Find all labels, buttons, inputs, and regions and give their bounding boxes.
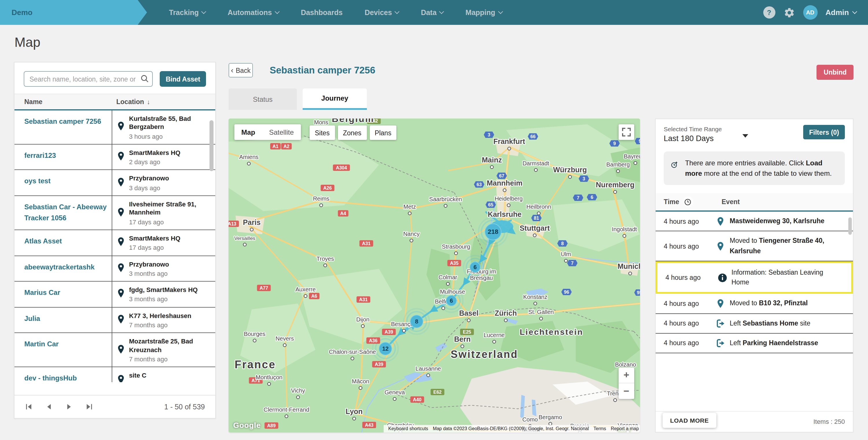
- asset-name-link[interactable]: ferrari123: [24, 151, 56, 160]
- tab-status[interactable]: Status: [228, 89, 297, 110]
- avatar[interactable]: AD: [803, 5, 817, 20]
- events-scrollbar[interactable]: [848, 217, 852, 235]
- asset-row[interactable]: Julia K77 3, Herleshausen 7 months ago: [14, 308, 215, 333]
- map-type-map[interactable]: Map: [235, 124, 262, 140]
- map-overlay-zones[interactable]: Zones: [338, 126, 367, 140]
- zoom-in-button[interactable]: +: [619, 368, 634, 383]
- event-row[interactable]: 4 hours ago Moved to B10 32, Pfinztal: [656, 294, 853, 314]
- event-row-highlighted[interactable]: 4 hours ago Information: Sebastian Leavi…: [656, 261, 853, 294]
- attribution-report-a-map-error[interactable]: Report a map error: [609, 426, 640, 431]
- asset-name-link[interactable]: Julia: [24, 314, 40, 323]
- asset-row[interactable]: dev - thingsHub site C 7 months ago: [14, 367, 215, 382]
- search-row: Bind Asset: [14, 62, 215, 94]
- nav-item-dashboards[interactable]: Dashboards: [301, 8, 343, 16]
- load-more-button[interactable]: LOAD MORE: [662, 413, 716, 428]
- asset-name-link[interactable]: oys test: [24, 177, 51, 185]
- event-row[interactable]: 4 hours ago Left Sebastians Home site: [656, 314, 853, 334]
- nav-item-devices[interactable]: Devices: [365, 8, 399, 16]
- svg-text:Lausanne: Lausanne: [415, 365, 441, 372]
- help-icon[interactable]: ?: [763, 6, 775, 19]
- asset-location: K77 3, Herleshausen: [129, 312, 191, 320]
- asset-name-link[interactable]: abeewaytrackertashk: [24, 263, 95, 271]
- asset-row[interactable]: oys test Przybranowo 3 days ago: [14, 170, 215, 196]
- first-page-button[interactable]: [25, 403, 32, 410]
- svg-text:Reims: Reims: [313, 196, 330, 202]
- asset-row[interactable]: Sebastian Car - Abeeway Tracker 1056 Ilv…: [14, 196, 215, 230]
- zoom-out-button[interactable]: −: [619, 383, 634, 399]
- svg-text:France: France: [235, 359, 276, 371]
- map-type-control: MapSatellite: [235, 124, 301, 140]
- svg-text:A4: A4: [340, 211, 346, 216]
- assets-scrollbar[interactable]: [210, 120, 214, 171]
- asset-row[interactable]: Marius Car fgdg, SmartMakers HQ 3 months…: [14, 281, 215, 307]
- svg-text:7: 7: [571, 261, 574, 266]
- next-page-button[interactable]: [65, 403, 73, 410]
- svg-text:6: 6: [591, 195, 593, 200]
- journey-panel: Selected Time Range Last 180 Days Filter…: [655, 119, 854, 433]
- event-row[interactable]: 4 hours ago Mastweidenweg 30, Karlsruhe: [656, 212, 853, 232]
- svg-text:6: 6: [450, 298, 453, 304]
- chevron-down-icon: [202, 9, 206, 14]
- detail-tabs: StatusJourney: [228, 89, 367, 110]
- asset-row[interactable]: abeewaytrackertashk Przybranowo 3 months…: [14, 256, 215, 281]
- asset-name-link[interactable]: Sebastian Car - Abeeway Tracker 1056: [24, 203, 107, 222]
- search-input[interactable]: [24, 71, 153, 87]
- column-header-time[interactable]: Time: [656, 197, 713, 207]
- last-page-button[interactable]: [86, 403, 93, 410]
- asset-name-link[interactable]: Sebastian camper 7256: [24, 117, 101, 126]
- column-header-name[interactable]: Name: [14, 98, 112, 105]
- nav-item-label: Automations: [228, 8, 272, 16]
- filters-button[interactable]: Filters (0): [803, 125, 845, 139]
- nav-item-tracking[interactable]: Tracking: [169, 8, 206, 16]
- svg-text:Bamberg: Bamberg: [606, 161, 629, 168]
- map-container[interactable]: A1A2A304A26A4A13A31A35A77A6A31A39A36A39A…: [228, 119, 640, 433]
- asset-last-seen: 7 months ago: [129, 381, 167, 382]
- assets-table-header: Name Location↓: [14, 94, 215, 110]
- bind-asset-button[interactable]: Bind Asset: [160, 71, 206, 87]
- svg-text:63: 63: [476, 182, 482, 187]
- asset-row[interactable]: ferrari123 SmartMakers HQ 2 days ago: [14, 144, 215, 170]
- svg-text:Mons: Mons: [314, 119, 329, 126]
- map-overlay-plans[interactable]: Plans: [370, 126, 397, 140]
- brand-tab[interactable]: Demo: [0, 0, 147, 25]
- sort-desc-icon: ↓: [147, 98, 150, 105]
- nav-item-mapping[interactable]: Mapping: [466, 8, 502, 16]
- svg-text:A36: A36: [369, 338, 377, 343]
- fullscreen-icon: [622, 128, 631, 136]
- attribution-terms[interactable]: Terms: [591, 426, 609, 431]
- asset-row[interactable]: Martin Car Mozartstraße 25, Bad Kreuznac…: [14, 333, 215, 367]
- tab-journey[interactable]: Journey: [303, 89, 367, 110]
- time-range-caret-icon[interactable]: [742, 134, 748, 138]
- nav-item-label: Devices: [365, 8, 392, 16]
- top-nav: Demo TrackingAutomationsDashboardsDevice…: [0, 0, 868, 25]
- event-row[interactable]: 4 hours ago Left Parking Haendelstrasse: [656, 334, 853, 353]
- svg-text:Zürich: Zürich: [495, 309, 517, 317]
- nav-item-automations[interactable]: Automations: [228, 8, 279, 16]
- asset-name-link[interactable]: dev - thingsHub: [24, 374, 77, 382]
- prev-page-button[interactable]: [45, 403, 53, 410]
- back-button[interactable]: ‹Back: [228, 63, 253, 77]
- asset-name-link[interactable]: Atlas Asset: [24, 237, 62, 245]
- svg-text:Auxerre: Auxerre: [296, 286, 316, 293]
- user-menu[interactable]: Admin: [826, 8, 857, 17]
- attribution-keyboard-shortcuts[interactable]: Keyboard shortcuts: [386, 426, 431, 431]
- map-overlay-sites[interactable]: Sites: [310, 126, 335, 140]
- event-row[interactable]: 4 hours ago Moved to Tiengener Straße 40…: [656, 232, 853, 261]
- asset-row[interactable]: Sebastian camper 7256 Kurtalstraße 55, B…: [14, 110, 215, 144]
- asset-location: site C: [129, 371, 167, 380]
- column-header-location[interactable]: Location↓: [112, 98, 150, 105]
- svg-text:Switzerland: Switzerland: [451, 348, 518, 360]
- asset-last-seen: 3 hours ago: [129, 132, 211, 140]
- unbind-button[interactable]: Unbind: [817, 65, 854, 80]
- event-text: Mastweidenweg 30, Karlsruhe: [730, 216, 853, 226]
- nav-item-data[interactable]: Data: [421, 8, 443, 16]
- fullscreen-button[interactable]: [619, 124, 634, 140]
- gear-icon[interactable]: [783, 7, 795, 18]
- google-logo[interactable]: Google: [233, 421, 261, 430]
- asset-name-link[interactable]: Marius Car: [24, 289, 60, 297]
- nav-item-label: Data: [421, 8, 437, 16]
- app: Demo TrackingAutomationsDashboardsDevice…: [0, 0, 868, 440]
- map-type-satellite[interactable]: Satellite: [262, 124, 301, 140]
- asset-row[interactable]: Atlas Asset SmartMakers HQ 17 days ago: [14, 230, 215, 256]
- asset-name-link[interactable]: Martin Car: [24, 340, 59, 348]
